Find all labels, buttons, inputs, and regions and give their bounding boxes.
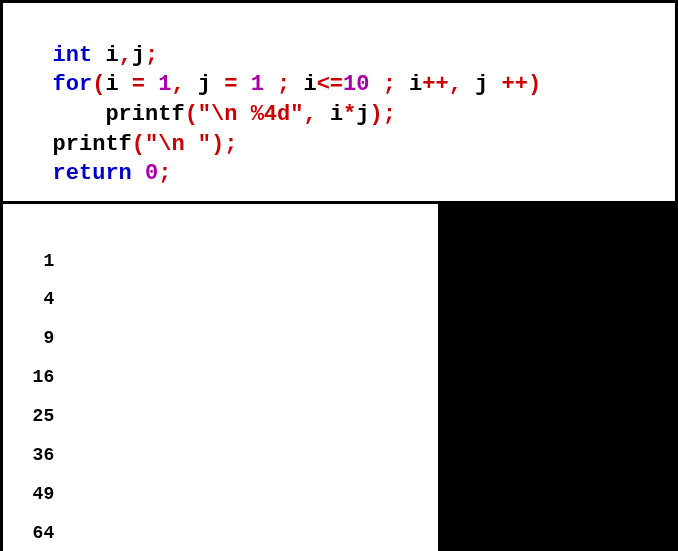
fn-printf: printf: [53, 132, 132, 157]
output-line: 9: [3, 329, 438, 348]
output-line: 36: [3, 446, 438, 465]
keyword-return: return: [53, 161, 132, 186]
code-line-1: int i,j;: [13, 43, 158, 68]
console-output-panel: 1 4 9 16 25 36 49 64 81 100 ------------…: [3, 204, 438, 551]
output-line: 49: [3, 485, 438, 504]
keyword-int: int: [53, 43, 93, 68]
string-literal: "\n %4d": [198, 102, 304, 127]
output-line: 16: [3, 368, 438, 387]
output-line: 4: [3, 290, 438, 309]
output-line: 25: [3, 407, 438, 426]
code-line-5: return 0;: [13, 161, 171, 186]
keyword-for: for: [53, 72, 93, 97]
code-editor-panel: int i,j; for(i = 1, j = 1 ; i<=10 ; i++,…: [0, 0, 678, 201]
code-line-4: printf("\n ");: [13, 132, 237, 157]
console-outer: 1 4 9 16 25 36 49 64 81 100 ------------…: [0, 201, 678, 551]
output-line: 1: [3, 252, 438, 271]
output-line: 64: [3, 524, 438, 543]
fn-printf: printf: [105, 102, 184, 127]
code-line-3: printf("\n %4d", i*j);: [13, 102, 396, 127]
string-literal: "\n ": [145, 132, 211, 157]
code-line-2: for(i = 1, j = 1 ; i<=10 ; i++, j ++): [13, 72, 541, 97]
